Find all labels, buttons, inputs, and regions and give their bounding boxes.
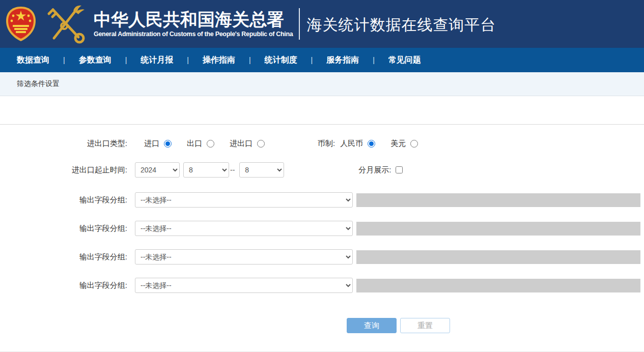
end-month-select[interactable]: 8 [239,162,284,178]
start-year-select[interactable]: 2024 [135,162,180,178]
trade-type-radio-import[interactable] [164,140,172,148]
org-title-zh: 中华人民共和国海关总署 [94,10,293,29]
trade-type-option-import-export[interactable]: 进出口 [230,139,265,149]
output-group-select-4[interactable]: --未选择-- [135,278,353,293]
start-month-select[interactable]: 8 [183,162,229,178]
output-group-row-3: 输出字段分组: --未选择-- [0,249,644,265]
action-button-row: 查询 重置 [347,318,644,333]
output-group-row-1: 输出字段分组: --未选择-- [0,192,644,208]
output-group-select-3[interactable]: --未选择-- [135,249,353,265]
trade-type-row: 进出口类型: 进口 出口 进出口 币制: [0,136,644,151]
trade-type-radio-import-export[interactable] [257,140,265,148]
output-group-value-display-1 [356,193,640,207]
nav-separator: | [311,56,313,64]
query-button[interactable]: 查询 [347,318,397,333]
currency-group: 币制: 人民币 美元 [318,139,418,149]
nav-separator: | [249,56,251,64]
breadcrumb-title: 筛选条件设置 [17,79,60,89]
nav-item-faq[interactable]: 常见问题 [388,55,421,66]
trade-type-radio-export[interactable] [207,140,214,148]
section-gap [0,96,644,125]
trade-type-option-import[interactable]: 进口 [144,139,172,149]
trade-type-option-export[interactable]: 出口 [187,139,214,149]
nav-item-monthly-report[interactable]: 统计月报 [141,55,173,66]
nav-separator: | [125,56,127,64]
org-title-en: General Administration of Customs of the… [94,31,293,38]
date-range-separator: -- [230,166,235,174]
china-national-emblem-icon [4,6,38,42]
nav-separator: | [373,56,375,64]
nav-separator: | [187,56,189,64]
org-title-block: 中华人民共和国海关总署 General Administration of Cu… [94,10,293,38]
currency-option-usd[interactable]: 美元 [390,139,418,149]
output-group-row-2: 输出字段分组: --未选择-- [0,221,644,236]
output-group-label: 输出字段分组: [0,252,127,262]
date-range-row: 进出口起止时间: 2024 8 -- 8 分月展示: [0,162,644,178]
currency-option-rmb[interactable]: 人民币 [340,139,375,149]
output-group-label: 输出字段分组: [0,195,127,205]
currency-label: 币制: [318,139,335,149]
nav-item-operation-guide[interactable]: 操作指南 [203,55,235,66]
output-group-select-2[interactable]: --未选择-- [135,221,353,236]
output-group-value-display-4 [356,279,640,292]
monthly-display-checkbox[interactable] [396,166,403,173]
nav-item-parameter-query[interactable]: 参数查询 [79,55,111,66]
app-header: 中华人民共和国海关总署 General Administration of Cu… [0,0,644,48]
output-group-value-display-2 [356,222,640,236]
breadcrumb-bar: 筛选条件设置 [0,72,644,96]
nav-item-statistics-system[interactable]: 统计制度 [265,55,297,66]
reset-button[interactable]: 重置 [400,318,450,333]
date-range-label: 进出口起止时间: [0,165,127,175]
filter-form: 进出口类型: 进口 出口 进出口 币制: [0,125,644,333]
output-group-label: 输出字段分组: [0,224,127,233]
main-nav: 数据查询 | 参数查询 | 统计月报 | 操作指南 | 统计制度 | 服务指南 … [0,48,644,72]
output-group-select-1[interactable]: --未选择-- [135,192,353,208]
customs-logo-icon [43,4,87,44]
output-group-row-4: 输出字段分组: --未选择-- [0,278,644,293]
platform-title: 海关统计数据在线查询平台 [306,13,496,36]
monthly-display-group: 分月展示: [358,165,402,175]
output-group-label: 输出字段分组: [0,281,127,290]
currency-radio-usd[interactable] [410,140,418,148]
nav-item-service-guide[interactable]: 服务指南 [326,55,359,66]
currency-radio-rmb[interactable] [368,140,375,148]
trade-type-label: 进出口类型: [0,139,127,149]
output-group-value-display-3 [356,250,640,264]
monthly-display-label: 分月展示: [358,165,391,175]
nav-separator: | [63,56,65,64]
header-divider [299,8,300,40]
nav-item-data-query[interactable]: 数据查询 [17,55,49,66]
